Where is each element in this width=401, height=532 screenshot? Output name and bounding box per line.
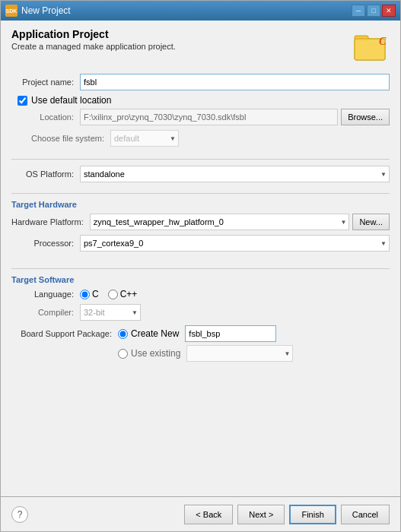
divider-2 <box>11 193 390 194</box>
bsp-create-radio[interactable] <box>118 329 128 339</box>
project-name-label: Project name: <box>11 78 80 87</box>
bsp-existing-radio[interactable] <box>118 349 128 359</box>
bsp-radio-row: Create New <box>118 325 276 342</box>
processor-label: Processor: <box>11 239 80 248</box>
footer: ? < Back Next > Finish Cancel <box>1 496 400 531</box>
page-title: Application Project <box>11 28 176 40</box>
bsp-existing-select[interactable] <box>186 345 293 362</box>
svg-text:C: C <box>379 36 387 47</box>
compiler-row: Compiler: 32-bit 64-bit ▼ <box>11 304 390 321</box>
divider-1 <box>11 159 390 160</box>
use-default-location-row: Use default location <box>18 95 390 106</box>
page-subtitle: Create a managed make application projec… <box>11 42 176 51</box>
title-bar-controls: ─ □ ✕ <box>352 5 396 17</box>
hw-platform-select[interactable]: zynq_test_wrapper_hw_platform_0 <box>90 214 350 230</box>
use-default-location-label: Use default location <box>31 95 111 106</box>
location-input[interactable] <box>80 109 338 125</box>
language-c-label: C <box>92 289 99 299</box>
next-button[interactable]: Next > <box>237 505 285 524</box>
bsp-create-row: Board Support Package: Create New <box>11 325 390 342</box>
back-button[interactable]: < Back <box>184 505 233 524</box>
bsp-existing-radio-row: Use existing ▼ <box>118 345 293 362</box>
bsp-label: Board Support Package: <box>11 329 118 338</box>
language-radio-group: C C++ <box>80 289 137 299</box>
bsp-existing-row: Use existing ▼ <box>11 345 390 362</box>
os-platform-label: OS Platform: <box>11 169 80 179</box>
target-hardware-section: Target Hardware Hardware Platform: zynq_… <box>11 200 390 256</box>
language-cpp-option: C++ <box>108 289 138 299</box>
minimize-button[interactable]: ─ <box>352 5 365 17</box>
cancel-button[interactable]: Cancel <box>341 505 390 524</box>
compiler-select[interactable]: 32-bit 64-bit <box>80 304 141 321</box>
target-software-section: Target Software Language: C C++ Com <box>11 275 390 362</box>
sdk-icon: SDK <box>5 5 18 17</box>
filesystem-select[interactable]: default <box>110 130 179 147</box>
help-button[interactable]: ? <box>11 506 28 523</box>
filesystem-dropdown-wrapper: default ▼ <box>110 130 179 147</box>
os-platform-select[interactable]: standalone <box>80 166 390 182</box>
content-area: Application Project Create a managed mak… <box>1 21 400 496</box>
divider-3 <box>11 268 390 269</box>
language-label: Language: <box>11 290 80 299</box>
bsp-create-label: Create New <box>131 328 179 339</box>
location-row: Location: Browse... <box>11 109 390 125</box>
hw-platform-label: Hardware Platform: <box>11 217 90 226</box>
browse-button[interactable]: Browse... <box>341 109 390 125</box>
language-row: Language: C C++ <box>11 289 390 299</box>
window: SDK New Project ─ □ ✕ Application Projec… <box>0 0 401 532</box>
page-header: Application Project Create a managed mak… <box>11 28 390 65</box>
close-button[interactable]: ✕ <box>382 5 396 17</box>
compiler-label: Compiler: <box>11 308 80 317</box>
target-hardware-label: Target Hardware <box>11 200 390 209</box>
title-bar-left: SDK New Project <box>5 5 71 17</box>
processor-dropdown-wrapper: ps7_cortexa9_0 ▼ <box>80 235 390 252</box>
maximize-button[interactable]: □ <box>367 5 380 17</box>
processor-row: Processor: ps7_cortexa9_0 ▼ <box>11 235 390 252</box>
filesystem-label: Choose file system: <box>11 134 110 143</box>
location-label: Location: <box>11 112 80 122</box>
bsp-name-input[interactable] <box>185 325 276 342</box>
project-name-input[interactable] <box>80 74 390 90</box>
project-name-row: Project name: <box>11 74 390 90</box>
hw-platform-row: Hardware Platform: zynq_test_wrapper_hw_… <box>11 214 390 230</box>
finish-button[interactable]: Finish <box>289 505 336 524</box>
language-c-radio[interactable] <box>80 290 90 299</box>
page-header-text: Application Project Create a managed mak… <box>11 28 176 51</box>
language-cpp-label: C++ <box>120 289 138 299</box>
language-cpp-radio[interactable] <box>108 290 118 299</box>
target-software-label: Target Software <box>11 275 390 284</box>
footer-left: ? <box>11 506 28 523</box>
window-title: New Project <box>21 5 71 16</box>
compiler-dropdown-wrapper: 32-bit 64-bit ▼ <box>80 304 141 321</box>
hw-platform-new-button[interactable]: New... <box>352 214 390 230</box>
filesystem-row: Choose file system: default ▼ <box>11 130 390 147</box>
title-bar: SDK New Project ─ □ ✕ <box>1 1 400 21</box>
os-platform-dropdown-wrapper: standalone ▼ <box>80 166 390 182</box>
hw-platform-dropdown-wrapper: zynq_test_wrapper_hw_platform_0 ▼ <box>90 214 350 230</box>
bsp-existing-dropdown-wrapper: ▼ <box>186 345 293 362</box>
processor-select[interactable]: ps7_cortexa9_0 <box>80 235 390 252</box>
use-default-location-checkbox[interactable] <box>18 96 27 106</box>
bsp-existing-label: Use existing <box>131 348 180 359</box>
os-platform-row: OS Platform: standalone ▼ <box>11 166 390 182</box>
footer-right: < Back Next > Finish Cancel <box>184 505 390 524</box>
language-c-option: C <box>80 289 99 299</box>
project-icon: C <box>353 28 390 65</box>
